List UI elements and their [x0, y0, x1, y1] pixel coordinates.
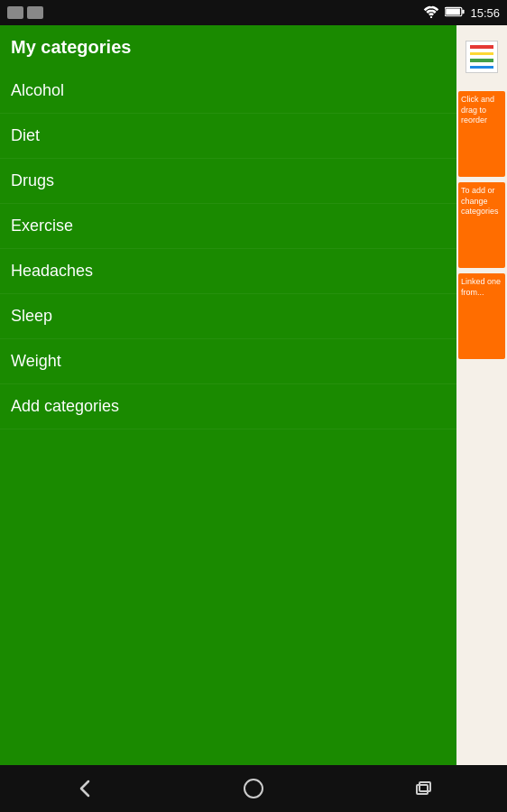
category-item-add[interactable]: Add categories [0, 384, 456, 429]
clock: 15:56 [470, 6, 500, 20]
back-button[interactable] [58, 770, 112, 807]
svg-point-0 [430, 15, 432, 17]
status-left-icons [7, 6, 43, 19]
category-item-drugs[interactable]: Drugs [0, 159, 456, 204]
hint-card-3: Linked one from... [458, 273, 505, 359]
status-bar: 15:56 [0, 0, 507, 25]
left-panel: My categories Alcohol Diet Drugs Exercis… [0, 25, 456, 776]
icon-line-yellow [470, 52, 493, 56]
hint-card-2: To add or change categories [458, 182, 505, 268]
svg-rect-6 [419, 782, 430, 791]
hint-text-3: Linked one from... [461, 277, 501, 297]
svg-rect-2 [447, 8, 461, 14]
status-right-icons: 15:56 [423, 5, 500, 21]
category-item-headaches[interactable]: Headaches [0, 249, 456, 294]
wifi-icon [423, 5, 439, 21]
battery-icon [445, 6, 465, 20]
recents-button[interactable] [395, 770, 449, 807]
category-item-sleep[interactable]: Sleep [0, 294, 456, 339]
page-title: My categories [11, 37, 131, 58]
category-item-weight[interactable]: Weight [0, 339, 456, 384]
hint-card-1: Click and drag to reorder [458, 91, 505, 177]
category-list: Alcohol Diet Drugs Exercise Headaches Sl… [0, 69, 456, 776]
svg-rect-3 [463, 9, 465, 14]
svg-rect-5 [417, 785, 428, 794]
svg-point-4 [244, 780, 263, 798]
icon-line-blue [470, 66, 493, 69]
right-panel-empty [458, 364, 505, 401]
main-area: My categories Alcohol Diet Drugs Exercis… [0, 25, 507, 776]
notification-icon-1 [7, 6, 23, 19]
hint-text-2: To add or change categories [461, 186, 499, 216]
nav-bar [0, 765, 507, 812]
notification-icon-2 [27, 6, 43, 19]
category-item-alcohol[interactable]: Alcohol [0, 69, 456, 114]
app-icon-area[interactable] [456, 25, 507, 88]
hint-text-1: Click and drag to reorder [461, 95, 494, 125]
right-panel: Click and drag to reorder To add or chan… [456, 25, 507, 776]
app-icon [466, 41, 498, 73]
home-button[interactable] [226, 770, 281, 807]
category-item-exercise[interactable]: Exercise [0, 204, 456, 249]
icon-line-red [470, 45, 493, 49]
icon-line-green [470, 59, 493, 62]
category-item-diet[interactable]: Diet [0, 114, 456, 159]
page-title-bar: My categories [0, 25, 456, 69]
